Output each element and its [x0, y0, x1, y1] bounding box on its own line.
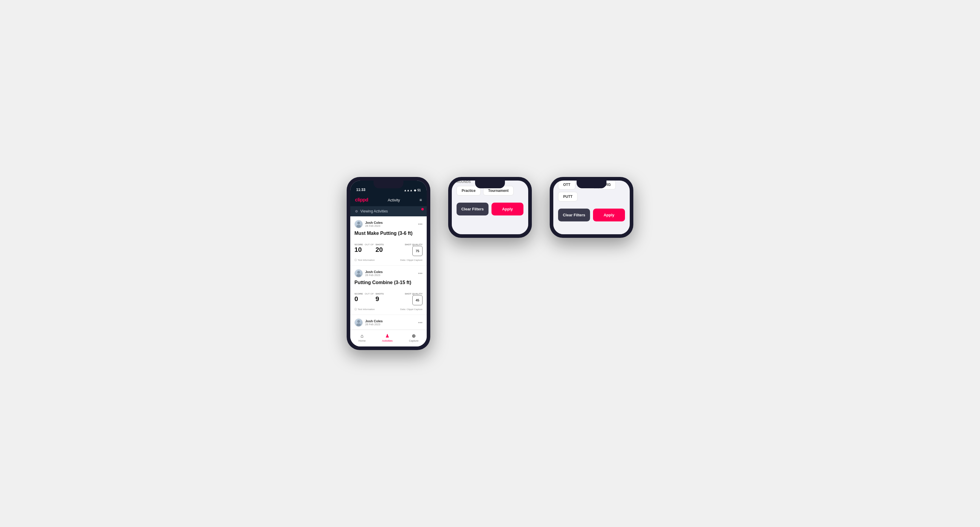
user-info-3: Josh Coles 28 Feb 2023	[355, 318, 383, 327]
sq-label-1: Shot Quality	[405, 243, 423, 246]
capture-label: Capture	[409, 339, 418, 342]
activity-title-2: Putting Combine (3-15 ft)	[355, 280, 423, 285]
svg-point-1	[356, 225, 361, 228]
svg-point-0	[357, 222, 360, 224]
clear-filters-btn-2[interactable]: Clear Filters	[457, 203, 488, 216]
svg-point-2	[357, 271, 360, 274]
info-link-2[interactable]: ⓘ Test Information	[355, 308, 375, 311]
bottom-nav: ⌂ Home ♟ Activities ⊕ Capture	[350, 330, 427, 346]
sq-badge-1: 75	[412, 246, 423, 256]
user-date-3: 28 Feb 2023	[365, 323, 383, 326]
avatar-1	[355, 220, 363, 228]
activity-feed: Josh Coles 28 Feb 2023 ••• Must Make Put…	[350, 216, 427, 330]
modal-actions-2: Clear Filters Apply	[452, 198, 528, 221]
stats-row-1: Score 10 OUT OF Shots 20 Shot Quality	[355, 239, 423, 256]
svg-point-3	[356, 274, 361, 277]
activities-icon: ♟	[385, 333, 389, 339]
score-value-1: 10	[355, 246, 363, 254]
user-name-2: Josh Coles	[365, 270, 383, 274]
data-source-2: Data: Clippd Capture	[400, 308, 423, 311]
activities-label: Activities	[382, 339, 393, 342]
svg-point-4	[357, 320, 360, 323]
phones-container: 11:33 ▲▲▲ ◆ 51 clippd Activity ≡ ⚙ Viewi…	[347, 177, 633, 350]
status-icons: ▲▲▲ ◆ 51	[404, 189, 421, 192]
card-footer-1: ⓘ Test Information Data: Clippd Capture	[355, 259, 423, 262]
hamburger-icon[interactable]: ≡	[420, 198, 422, 202]
activity-card-1: Josh Coles 28 Feb 2023 ••• Must Make Put…	[350, 216, 427, 265]
app-logo: clippd	[355, 197, 368, 203]
viewing-activities-bar[interactable]: ⚙ Viewing Activities	[350, 206, 427, 216]
score-label-2: Score	[355, 292, 363, 295]
user-name-3: Josh Coles	[365, 319, 383, 323]
capture-icon: ⊕	[412, 333, 416, 339]
viewing-bar-label: Viewing Activities	[360, 209, 388, 213]
home-label: Home	[358, 339, 366, 342]
shots-value-1: 20	[375, 246, 384, 254]
user-date-1: 28 Feb 2023	[365, 224, 383, 227]
apply-btn-2[interactable]: Apply	[492, 203, 523, 216]
notification-dot	[421, 208, 424, 210]
info-link-1[interactable]: ⓘ Test Information	[355, 259, 375, 262]
activity-card-2: Josh Coles 28 Feb 2023 ••• Putting Combi…	[350, 265, 427, 315]
filter-putt-btn-3[interactable]: PUTT	[558, 192, 578, 202]
home-icon: ⌂	[361, 333, 364, 339]
nav-item-home[interactable]: ⌂ Home	[358, 333, 366, 342]
phone-3: 11:33 ▲▲▲ ◆ 51 clippd Activity ≡ ⚙ Viewi…	[550, 177, 633, 238]
filter-modal-3: Filter ✕ Show Rounds Practice Drills Pra…	[553, 181, 630, 234]
notch-2	[475, 181, 505, 188]
status-time: 11:33	[356, 188, 366, 192]
filter-practice-round-btn-2[interactable]: Practice	[457, 186, 481, 195]
card-footer-2: ⓘ Test Information Data: Clippd Capture	[355, 308, 423, 311]
data-source-1: Data: Clippd Capture	[400, 259, 423, 262]
clear-filters-btn-3[interactable]: Clear Filters	[558, 209, 590, 221]
out-of-1: OUT OF	[364, 243, 374, 246]
filter-ott-btn-3[interactable]: OTT	[558, 181, 575, 189]
nav-item-activities[interactable]: ♟ Activities	[382, 333, 393, 342]
more-options-3[interactable]: •••	[418, 320, 423, 325]
phone-1: 11:33 ▲▲▲ ◆ 51 clippd Activity ≡ ⚙ Viewi…	[347, 177, 430, 350]
stats-row-2: Score 0 OUT OF Shots 9 Shot Quality 45	[355, 288, 423, 305]
filter-icon: ⚙	[355, 210, 358, 213]
apply-btn-3[interactable]: Apply	[593, 209, 625, 221]
shots-label-1: Shots	[375, 243, 384, 246]
avatar-3	[355, 318, 363, 327]
shots-value-2: 9	[375, 295, 384, 303]
nav-title: Activity	[388, 198, 400, 202]
sq-label-2: Shot Quality	[405, 292, 423, 295]
score-value-2: 0	[355, 295, 363, 303]
svg-point-5	[356, 324, 361, 326]
user-date-2: 28 Feb 2023	[365, 274, 383, 277]
more-options-2[interactable]: •••	[418, 271, 423, 276]
modal-actions-3: Clear Filters Apply	[553, 205, 630, 227]
notch-3	[577, 181, 606, 188]
activity-card-3-partial: Josh Coles 28 Feb 2023 •••	[350, 315, 427, 330]
activity-title-1: Must Make Putting (3-6 ft)	[355, 231, 423, 236]
filter-modal-2: Filter ✕ Show Rounds Practice Drills Rou…	[452, 181, 528, 234]
notch	[374, 181, 403, 188]
user-name-1: Josh Coles	[365, 221, 383, 224]
nav-item-capture[interactable]: ⊕ Capture	[409, 333, 418, 342]
user-info-1: Josh Coles 28 Feb 2023	[355, 220, 383, 228]
top-nav: clippd Activity ≡	[350, 194, 427, 206]
more-options-1[interactable]: •••	[418, 222, 423, 227]
score-label-1: Score	[355, 243, 363, 246]
sq-badge-2: 45	[412, 295, 423, 305]
shots-label-2: Shots	[375, 292, 384, 295]
phone-2: 11:33 ▲▲▲ ◆ 51 clippd Activity ≡ ⚙ Viewi…	[448, 177, 532, 238]
user-info-2: Josh Coles 28 Feb 2023	[355, 269, 383, 278]
out-of-2: OUT OF	[364, 292, 374, 295]
avatar-2	[355, 269, 363, 278]
